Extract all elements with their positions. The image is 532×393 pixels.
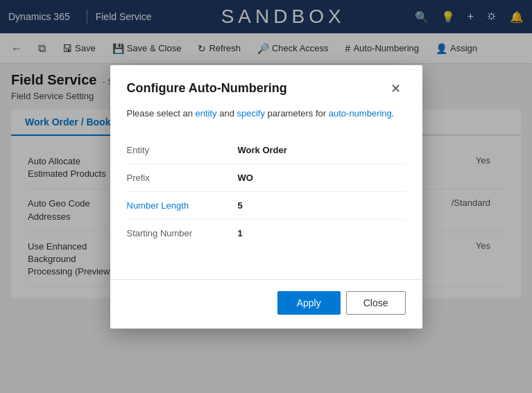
field-value-prefix: WO bbox=[238, 164, 406, 192]
dialog-body: Please select an entity and specify para… bbox=[110, 107, 422, 279]
field-label-number-length[interactable]: Number Length bbox=[127, 192, 238, 220]
field-row-number-length: Number Length 5 bbox=[127, 192, 406, 220]
dialog-close-button[interactable]: ✕ bbox=[386, 79, 406, 98]
field-label-starting-number: Starting Number bbox=[127, 220, 238, 247]
specify-highlight: specify bbox=[237, 108, 265, 119]
field-label-entity: Entity bbox=[127, 137, 238, 164]
entity-highlight: entity bbox=[196, 108, 217, 119]
field-value-starting-number: 1 bbox=[238, 220, 406, 247]
field-row-prefix: Prefix WO bbox=[127, 164, 406, 192]
dialog-fields-table: Entity Work Order Prefix WO Number Lengt… bbox=[127, 137, 406, 247]
close-button[interactable]: Close bbox=[346, 291, 406, 315]
modal-overlay: Configure Auto-Numbering ✕ Please select… bbox=[0, 0, 532, 393]
configure-auto-numbering-dialog: Configure Auto-Numbering ✕ Please select… bbox=[110, 65, 422, 329]
auto-numbering-highlight: auto-numbering bbox=[329, 108, 392, 119]
field-row-entity: Entity Work Order bbox=[127, 137, 406, 164]
dialog-footer: Apply Close bbox=[110, 279, 422, 329]
field-value-number-length: 5 bbox=[238, 192, 406, 220]
field-row-starting-number: Starting Number 1 bbox=[127, 220, 406, 247]
dialog-header: Configure Auto-Numbering ✕ bbox=[110, 65, 422, 107]
dialog-intro: Please select an entity and specify para… bbox=[127, 107, 406, 121]
field-value-entity: Work Order bbox=[238, 137, 406, 164]
apply-button[interactable]: Apply bbox=[277, 291, 341, 315]
dialog-title: Configure Auto-Numbering bbox=[127, 81, 287, 96]
field-label-prefix: Prefix bbox=[127, 164, 238, 192]
